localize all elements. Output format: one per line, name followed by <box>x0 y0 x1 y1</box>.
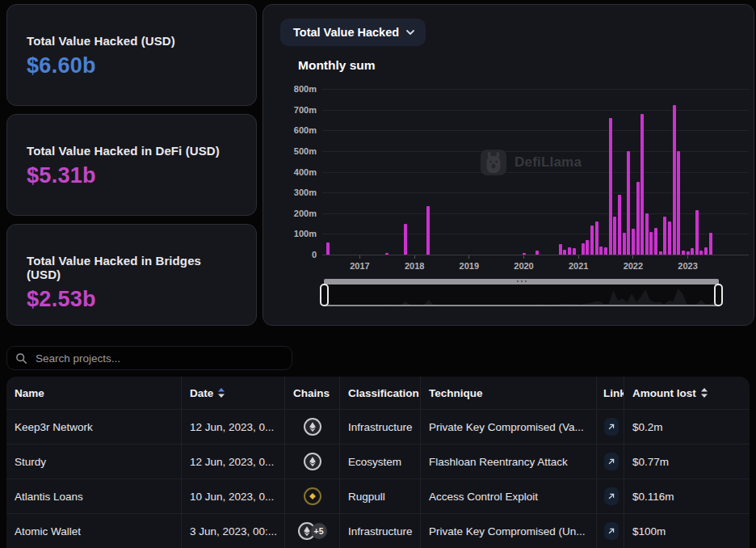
brush-grip-dots-icon <box>517 280 527 282</box>
brush-handle-right[interactable] <box>714 284 723 306</box>
y-axis-label: 600m <box>281 125 317 135</box>
table-body: Keep3r Network12 Jun, 2023, 0...Infrastr… <box>6 409 750 548</box>
x-axis-tick <box>359 255 360 259</box>
cell-date: 10 Jun, 2023, 0... <box>181 479 284 513</box>
cell-chains: +5 <box>284 514 339 548</box>
search-icon <box>15 352 27 365</box>
ethereum-chain-icon <box>304 453 321 470</box>
total-value-hacked-bridges-card: Total Value Hacked in Bridges (USD) $2.5… <box>6 224 257 326</box>
bar <box>695 210 699 255</box>
cell-classification: Infrastructure <box>339 410 420 444</box>
brush-handle-left[interactable] <box>320 284 329 306</box>
x-axis-label: 2022 <box>617 261 649 271</box>
cell-link <box>596 445 624 478</box>
cell-classification: Ecosystem <box>339 445 420 478</box>
bar <box>709 233 712 255</box>
bar <box>590 226 594 255</box>
x-axis-tick <box>632 255 633 259</box>
x-axis-tick <box>578 255 579 259</box>
bar <box>426 206 430 255</box>
bar <box>586 240 589 255</box>
table-row: Atomic Wallet3 Jun, 2023, 00:...+5Infras… <box>6 513 750 548</box>
grid-line <box>322 234 749 234</box>
bar <box>559 244 562 255</box>
cell-date: 12 Jun, 2023, 0... <box>181 445 284 478</box>
x-axis-label: 2018 <box>398 261 430 271</box>
time-range-brush[interactable] <box>324 279 719 310</box>
cell-name: Atomic Wallet <box>6 514 181 548</box>
column-header-link: Link <box>596 377 624 409</box>
grid-line <box>322 89 749 90</box>
bar <box>649 232 653 255</box>
cell-link <box>596 514 624 548</box>
cell-name: Sturdy <box>6 445 181 478</box>
external-link-button[interactable] <box>604 487 619 505</box>
bar <box>632 229 635 255</box>
external-link-button[interactable] <box>604 522 619 540</box>
watermark-text: DefiLlama <box>514 154 582 171</box>
grid-line <box>322 213 749 214</box>
table-row: Atlantis Loans10 Jun, 2023, 0...RugpullA… <box>6 478 750 513</box>
y-axis-label: 800m <box>281 84 317 94</box>
external-link-button[interactable] <box>604 453 619 470</box>
x-axis-label: 2019 <box>453 261 485 271</box>
bar <box>582 243 585 255</box>
y-axis-label: 300m <box>281 188 317 197</box>
bar <box>636 182 640 255</box>
bar <box>404 224 407 255</box>
brush-minimap[interactable] <box>324 285 719 306</box>
bar <box>645 213 649 255</box>
bar <box>691 248 694 255</box>
y-axis-label: 200m <box>281 209 317 218</box>
cell-link <box>596 410 624 444</box>
column-header-chains: Chains <box>284 377 339 409</box>
x-axis-tick <box>414 255 415 259</box>
bar <box>326 242 330 255</box>
search-input[interactable] <box>34 352 284 365</box>
defillama-logo-icon <box>480 149 507 176</box>
bar <box>599 247 603 255</box>
bar <box>654 228 657 255</box>
bar <box>568 247 571 255</box>
y-axis-label: 400m <box>281 167 317 177</box>
cell-date: 3 Jun, 2023, 00:... <box>181 514 284 548</box>
bar <box>640 114 644 255</box>
bar <box>618 195 621 255</box>
y-axis-label: 500m <box>281 146 317 156</box>
bar <box>687 251 690 255</box>
cell-name: Atlantis Loans <box>6 479 181 513</box>
external-link-button[interactable] <box>604 418 619 436</box>
bar <box>623 233 626 255</box>
cell-name: Keep3r Network <box>6 410 181 444</box>
bar <box>604 247 607 255</box>
bar <box>573 248 576 255</box>
total-value-hacked-card: Total Value Hacked (USD) $6.60b <box>6 4 257 106</box>
watermark: DefiLlama <box>480 149 582 176</box>
grid-line <box>322 192 749 193</box>
brush-track[interactable] <box>324 279 719 285</box>
sort-icon <box>701 388 708 398</box>
cell-date: 12 Jun, 2023, 0... <box>181 410 284 444</box>
cell-technique: Flashloan Reentrancy Attack <box>420 445 596 478</box>
total-value-hacked-defi-card: Total Value Hacked in DeFi (USD) $5.31b <box>6 114 257 216</box>
bar <box>613 217 616 255</box>
table-header-row: Name Date Chains Classification ? Techni… <box>6 377 750 409</box>
column-header-amount-lost[interactable]: Amount lost <box>624 377 750 409</box>
card-title: Total Value Hacked (USD) <box>27 34 237 48</box>
ethereum-chain-icon <box>304 418 321 436</box>
bar <box>523 253 526 255</box>
card-title: Total Value Hacked in Bridges (USD) <box>27 254 237 281</box>
bar <box>673 105 676 255</box>
cell-amount-lost: $0.116m <box>624 479 750 513</box>
cell-chains <box>284 479 339 513</box>
grid-line <box>322 110 749 111</box>
x-axis-label: 2021 <box>562 261 594 271</box>
column-header-date[interactable]: Date <box>181 377 284 409</box>
x-axis-label: 2020 <box>508 261 540 271</box>
column-header-classification: Classification ? <box>339 377 420 409</box>
cell-amount-lost: $0.77m <box>624 445 750 478</box>
brush-minimap-silhouette <box>324 285 719 305</box>
bar <box>595 221 598 255</box>
cell-classification: Infrastructure <box>339 514 420 548</box>
chart-panel: Total Value Hacked Monthly sum 0100m200m… <box>262 4 754 326</box>
